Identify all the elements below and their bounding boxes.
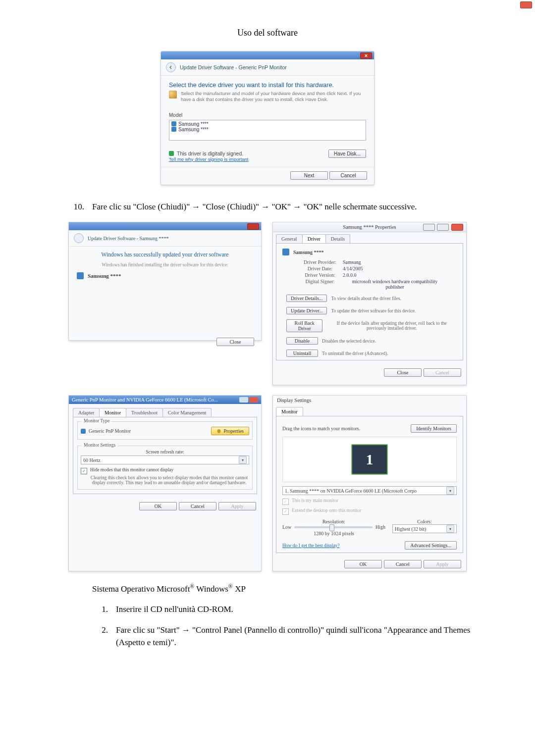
success-subtitle: Windows has finished installing the driv… bbox=[77, 262, 253, 267]
rollback-driver-button[interactable]: Roll Back Driver bbox=[286, 319, 322, 332]
apply-button: Apply bbox=[218, 502, 256, 510]
window-title: Samsung **** Properties bbox=[343, 224, 396, 230]
back-icon[interactable] bbox=[166, 62, 176, 72]
monitor-icon bbox=[171, 121, 176, 126]
screenshot-display-settings: Display Settings Monitor Drag the icons … bbox=[272, 395, 467, 571]
hide-modes-note: Clearing this check box allows you to se… bbox=[89, 475, 249, 485]
tab-troubleshoot[interactable]: Troubleshoot bbox=[126, 408, 163, 417]
monitor-icon bbox=[171, 127, 176, 132]
shield-icon bbox=[169, 151, 174, 156]
monitor-type-name: Generic PnP Monitor bbox=[89, 428, 131, 434]
colors-label: Colors: bbox=[392, 519, 457, 524]
tab-adapter[interactable]: Adapter bbox=[73, 408, 100, 417]
colors-select[interactable]: Highest (32 bit) ▾ bbox=[392, 524, 457, 533]
minimize-icon[interactable] bbox=[423, 224, 435, 231]
group-label: Monitor Type bbox=[82, 418, 111, 423]
monitor-icon bbox=[77, 272, 84, 279]
have-disk-button[interactable]: Have Disk... bbox=[328, 150, 366, 158]
back-icon[interactable] bbox=[74, 233, 84, 243]
running-head: Uso del software bbox=[45, 28, 490, 38]
hide-modes-checkbox[interactable]: ✓ Hide modes that this monitor cannot di… bbox=[81, 467, 249, 474]
success-title: Windows has successfully updated your dr… bbox=[77, 252, 253, 257]
disable-button[interactable]: Disable bbox=[286, 337, 318, 345]
ok-button[interactable]: OK bbox=[139, 502, 177, 510]
identify-monitors-button[interactable]: Identify Monitors bbox=[411, 424, 457, 433]
close-icon[interactable] bbox=[247, 223, 259, 230]
uninstall-button[interactable]: Uninstall bbox=[286, 350, 318, 357]
dialog-title: Select the device driver you want to ins… bbox=[169, 82, 366, 89]
window-title: Generic PnP Monitor and NVIDIA GeForce 6… bbox=[72, 397, 218, 403]
extend-desktop-checkbox: ✓ Extend the desktop onto this monitor bbox=[282, 508, 457, 515]
resolution-slider[interactable]: Low High bbox=[282, 524, 385, 530]
chevron-down-icon: ▾ bbox=[446, 525, 454, 533]
screenshot-update-success: Update Driver Software - Samsung **** Wi… bbox=[68, 222, 262, 341]
list-text: Fare clic su "Start" → "Control Panel (P… bbox=[116, 624, 490, 649]
refresh-rate-select[interactable]: 60 Hertz ▾ bbox=[81, 455, 249, 464]
shield-icon bbox=[216, 429, 221, 434]
close-button[interactable]: Close bbox=[216, 338, 254, 346]
next-button[interactable]: Next bbox=[290, 171, 328, 180]
best-display-link[interactable]: How do I get the best display? bbox=[282, 543, 340, 548]
breadcrumb: Update Driver Software - Generic PnP Mon… bbox=[161, 59, 374, 76]
close-button[interactable]: Close bbox=[384, 368, 422, 377]
list-number: 1. bbox=[83, 604, 116, 616]
window-title: Display Settings bbox=[277, 398, 311, 403]
tab-monitor[interactable]: Monitor bbox=[276, 407, 303, 416]
list-text: Inserire il CD nell'unità CD-ROM. bbox=[116, 604, 490, 616]
screenshot-driver-properties: Samsung **** Properties General Driver D… bbox=[272, 222, 467, 385]
refresh-label: Screen refresh rate: bbox=[81, 449, 249, 454]
cancel-button[interactable]: Cancel bbox=[329, 171, 367, 180]
monitor-icon bbox=[81, 429, 86, 434]
help-text: Select the manufacturer and model of you… bbox=[181, 91, 366, 102]
model-label: Model bbox=[169, 112, 366, 118]
cancel-button[interactable]: Cancel bbox=[179, 502, 216, 510]
close-icon[interactable] bbox=[520, 1, 532, 8]
tab-driver[interactable]: Driver bbox=[302, 234, 326, 243]
model-list[interactable]: Samsung **** Samsung **** bbox=[169, 120, 366, 141]
ok-button[interactable]: OK bbox=[344, 560, 382, 568]
close-icon[interactable] bbox=[249, 397, 258, 403]
tab-general[interactable]: General bbox=[276, 234, 303, 243]
close-icon[interactable] bbox=[360, 52, 372, 59]
monitor-preview[interactable]: 1 bbox=[282, 437, 457, 482]
window-title-bar bbox=[161, 51, 374, 59]
window-controls bbox=[422, 224, 463, 232]
list-item: Samsung **** bbox=[171, 121, 364, 127]
minimize-icon[interactable] bbox=[239, 397, 248, 403]
driver-details-button[interactable]: Driver Details... bbox=[286, 295, 327, 302]
monitor-icon bbox=[282, 249, 289, 255]
device-name: Samsung **** bbox=[293, 250, 323, 255]
chevron-down-icon: ▾ bbox=[239, 456, 247, 464]
screenshot-driver-select: Update Driver Software - Generic PnP Mon… bbox=[160, 51, 374, 185]
drag-hint: Drag the icons to match your monitors. bbox=[282, 426, 360, 431]
display-select[interactable]: 1. Samsung **** on NVIDIA GeForce 6600 L… bbox=[282, 486, 457, 495]
tab-monitor[interactable]: Monitor bbox=[99, 408, 126, 417]
breadcrumb-text: Update Driver Software - Generic PnP Mon… bbox=[180, 64, 287, 70]
chevron-down-icon: ▾ bbox=[446, 487, 454, 495]
drive-icon bbox=[169, 91, 177, 99]
list-text: Fare clic su "Close (Chiudi)" → "Close (… bbox=[92, 201, 490, 213]
signing-link[interactable]: Tell me why driver signing is important bbox=[169, 156, 249, 162]
signed-label: This driver is digitally signed. bbox=[177, 151, 243, 156]
cancel-button[interactable]: Cancel bbox=[384, 560, 422, 568]
cancel-button: Cancel bbox=[424, 368, 461, 377]
list-number: 10. bbox=[59, 201, 92, 213]
device-name: Samsung **** bbox=[88, 273, 121, 279]
advanced-settings-button[interactable]: Advanced Settings... bbox=[405, 541, 457, 550]
tab-details[interactable]: Details bbox=[325, 234, 350, 243]
breadcrumb-text: Update Driver Software - Samsung **** bbox=[88, 236, 169, 241]
close-icon[interactable] bbox=[451, 224, 463, 231]
update-driver-button[interactable]: Update Driver... bbox=[286, 307, 327, 314]
list-item: Samsung **** bbox=[171, 127, 364, 132]
group-label: Monitor Settings bbox=[82, 443, 117, 448]
page-container: Uso del software Update Driver Software … bbox=[0, 0, 535, 756]
properties-button[interactable]: Properties bbox=[211, 427, 249, 435]
apply-button: Apply bbox=[424, 560, 461, 568]
tab-color-management[interactable]: Color Management bbox=[162, 408, 212, 417]
resolution-label: Resolution: bbox=[282, 519, 385, 524]
main-monitor-checkbox: ✓ This is my main monitor bbox=[282, 498, 457, 505]
list-number: 2. bbox=[83, 624, 116, 649]
screenshot-monitor-settings: Generic PnP Monitor and NVIDIA GeForce 6… bbox=[68, 395, 262, 571]
maximize-icon[interactable] bbox=[437, 224, 449, 231]
monitor-1-icon[interactable]: 1 bbox=[351, 444, 388, 475]
